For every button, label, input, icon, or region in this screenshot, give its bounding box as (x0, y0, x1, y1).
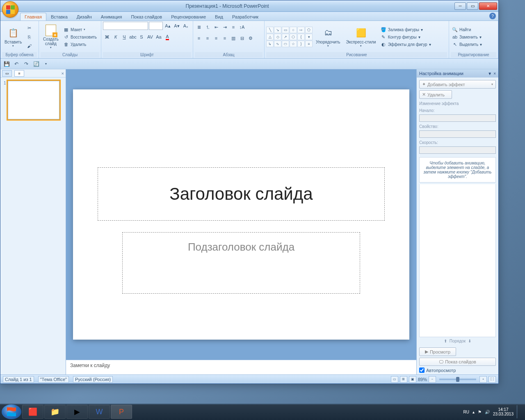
format-painter-button[interactable]: 🖌 (25, 42, 33, 50)
shrink-font-button[interactable]: A▾ (173, 22, 181, 30)
line-spacing-button[interactable]: ≡ (229, 23, 237, 31)
taskpane-close[interactable]: × (493, 71, 496, 76)
smartart-button[interactable]: ⚙ (247, 34, 255, 42)
notes-pane[interactable]: Заметки к слайду (66, 360, 416, 374)
qat-save[interactable]: 💾 (3, 60, 10, 68)
tray-volume-icon[interactable]: 🔊 (485, 410, 490, 414)
maximize-button[interactable]: ▭ (467, 2, 478, 10)
change-case-button[interactable]: Aa (155, 33, 163, 41)
zoom-in-button[interactable]: + (479, 376, 487, 383)
slide-thumbnail-1[interactable]: 1 (4, 81, 62, 119)
reset-button[interactable]: ↺Восстановить (62, 34, 98, 40)
speed-combo[interactable] (419, 146, 496, 154)
underline-button[interactable]: Ч (120, 33, 128, 41)
tab-design[interactable]: Дизайн (72, 13, 96, 21)
move-up-button[interactable]: ⬆ (444, 339, 447, 343)
property-combo[interactable] (419, 130, 496, 138)
shape-effects-button[interactable]: ◐Эффекты для фигур ▾ (379, 41, 432, 48)
taskbar-explorer[interactable]: 📁 (44, 405, 66, 419)
title-placeholder[interactable]: Заголовок слайда (98, 167, 385, 221)
paste-button[interactable]: 📋 Вставить ▾ (2, 23, 24, 51)
tab-review[interactable]: Рецензирование (167, 13, 210, 21)
strikethrough-button[interactable]: abc (129, 33, 137, 41)
normal-view-button[interactable]: ▭ (391, 376, 398, 383)
italic-button[interactable]: К (112, 33, 120, 41)
taskbar-powerpoint[interactable]: P (111, 405, 132, 419)
decrease-indent-button[interactable]: ⇤ (212, 23, 220, 31)
layout-button[interactable]: ▦Макет ▾ (62, 26, 98, 33)
qat-preview[interactable]: 🔄 (32, 60, 40, 68)
quick-styles-button[interactable]: 🟨 Экспресс-стили▾ (344, 23, 379, 51)
tab-developer[interactable]: Разработчик (228, 13, 263, 21)
close-button[interactable]: ✕ (479, 2, 497, 10)
columns-button[interactable]: ▥ (229, 34, 237, 42)
qat-redo[interactable]: ↷ (23, 60, 30, 68)
tab-slideshow[interactable]: Показ слайдов (126, 13, 167, 21)
justify-button[interactable]: ≡ (221, 34, 229, 42)
minimize-button[interactable]: ─ (454, 2, 466, 10)
find-button[interactable]: 🔍Найти (451, 26, 483, 33)
arrange-button[interactable]: 🗂 Упорядочить▾ (313, 23, 343, 51)
delete-button[interactable]: 🗑Удалить (62, 41, 98, 48)
slides-tab[interactable]: ▭ (2, 70, 12, 77)
shadow-button[interactable]: S (137, 33, 146, 41)
align-text-button[interactable]: ⊟ (238, 34, 246, 42)
numbering-button[interactable]: ⒈ (203, 23, 212, 31)
slideshow-button[interactable]: 🖵 Показ слайдов (419, 358, 496, 366)
bullets-button[interactable]: ≣ (195, 23, 203, 31)
font-size-combo[interactable] (149, 22, 163, 30)
align-right-button[interactable]: ≡ (212, 34, 220, 42)
taskbar-opera[interactable]: 🟥 (22, 405, 43, 419)
tab-insert[interactable]: Вставка (46, 13, 72, 21)
taskpane-menu[interactable]: ▼ (488, 71, 492, 76)
slideshow-view-button[interactable]: ▣ (409, 376, 416, 383)
subtitle-placeholder[interactable]: Подзаголовок слайда (122, 232, 360, 294)
tray-clock[interactable]: 14:17 23.03.2013 (493, 407, 514, 416)
start-button[interactable] (2, 404, 21, 419)
remove-effect-button[interactable]: ✕Удалить (419, 90, 452, 99)
shapes-gallery[interactable]: ╲↘▭○⇨⬠ △◇↗⬡{▾ ↳∿⬭☆}≡ (266, 27, 313, 47)
bold-button[interactable]: Ж (103, 33, 111, 41)
text-direction-button[interactable]: ↕A (238, 23, 246, 31)
increase-indent-button[interactable]: ⇥ (221, 23, 229, 31)
new-slide-button[interactable]: ✦ Создать слайд ▾ (41, 23, 61, 51)
align-center-button[interactable]: ≡ (203, 34, 212, 42)
clear-formatting-button[interactable]: Aₓ (182, 22, 190, 30)
font-name-combo[interactable] (103, 22, 148, 30)
char-spacing-button[interactable]: AV (146, 33, 154, 41)
zoom-slider[interactable] (439, 379, 476, 380)
sorter-view-button[interactable]: ⊞ (400, 376, 407, 383)
tray-language[interactable]: RU (463, 410, 469, 414)
align-left-button[interactable]: ≡ (195, 34, 203, 42)
outline-tab[interactable]: ≡ (14, 70, 24, 77)
shape-fill-button[interactable]: 🪣Заливка фигуры ▾ (379, 26, 432, 33)
fit-button[interactable]: ⛶ (488, 376, 496, 383)
move-down-button[interactable]: ⬇ (468, 339, 471, 343)
font-color-button[interactable]: A (163, 33, 171, 41)
autopreview-checkbox[interactable]: Автопросмотр (419, 368, 496, 373)
taskbar-media[interactable]: ▶ (66, 405, 88, 419)
copy-button[interactable]: ⎘ (25, 33, 33, 41)
qat-undo[interactable]: ↶ (13, 60, 20, 68)
panel-close[interactable]: × (62, 71, 64, 76)
replace-button[interactable]: abЗаменить ▾ (451, 34, 483, 40)
tray-flag-icon[interactable]: ⚑ (478, 410, 482, 414)
tab-animation[interactable]: Анимация (96, 13, 127, 21)
taskbar-word[interactable]: W (89, 405, 110, 419)
help-button[interactable]: ? (489, 13, 496, 19)
status-language[interactable]: Русский (Россия) (73, 376, 113, 383)
shape-outline-button[interactable]: ✎Контур фигуры ▾ (379, 34, 432, 40)
slide-canvas[interactable]: Заголовок слайда Подзаголовок слайда (73, 89, 409, 340)
start-combo[interactable] (419, 114, 496, 122)
cut-button[interactable]: ✂ (25, 24, 33, 32)
tab-home[interactable]: Главная (20, 13, 46, 21)
zoom-out-button[interactable]: − (429, 376, 436, 383)
preview-button[interactable]: ▶ Просмотр (419, 347, 456, 356)
select-button[interactable]: ↖Выделить ▾ (451, 41, 483, 48)
qat-more[interactable]: ▾ (42, 60, 50, 68)
tray-arrow-icon[interactable]: ▴ (472, 410, 475, 414)
zoom-level[interactable]: 89% (418, 377, 427, 382)
office-button[interactable] (2, 1, 18, 18)
grow-font-button[interactable]: A▴ (164, 22, 172, 30)
show-desktop-button[interactable] (517, 405, 520, 418)
